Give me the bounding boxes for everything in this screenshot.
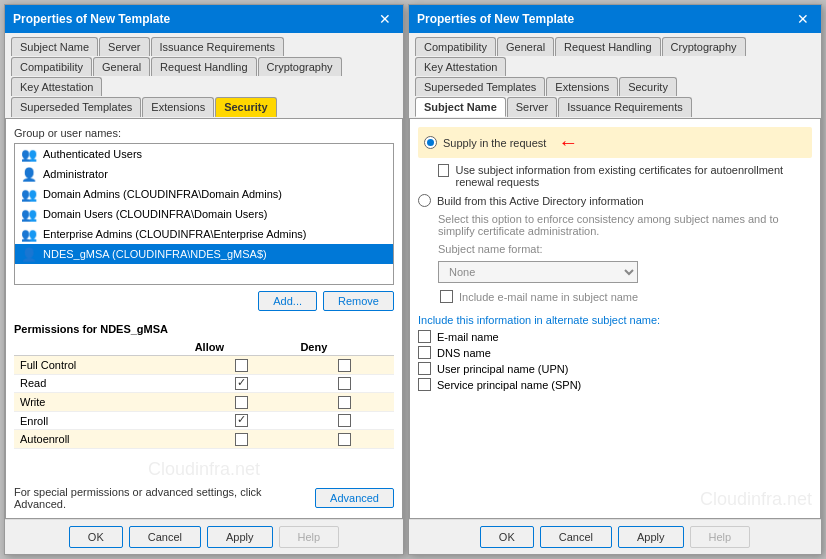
list-item[interactable]: 👥 Domain Users (CLOUDINFRA\Domain Users) — [15, 204, 393, 224]
group-icon: 👥 — [21, 146, 37, 162]
tab-superseded-r[interactable]: Superseded Templates — [415, 77, 545, 96]
right-content-area: Supply in the request ← Use subject info… — [418, 127, 812, 510]
deny-checkbox[interactable] — [338, 396, 351, 409]
apply-button-left[interactable]: Apply — [207, 526, 273, 548]
use-subject-info-option: Use subject information from existing ce… — [438, 164, 812, 188]
advanced-row: For special permissions or advanced sett… — [14, 486, 394, 510]
tab-security-r[interactable]: Security — [619, 77, 677, 96]
tab-server-r[interactable]: Server — [507, 97, 557, 117]
deny-cell[interactable] — [294, 430, 394, 449]
tab-crypto-l[interactable]: Cryptography — [258, 57, 342, 76]
allow-cell[interactable] — [189, 411, 295, 430]
use-subject-checkbox[interactable] — [438, 164, 449, 177]
list-item[interactable]: 👥 Authenticated Users — [15, 144, 393, 164]
tab-subject-name-l[interactable]: Subject Name — [11, 37, 98, 56]
right-close-button[interactable]: ✕ — [793, 11, 813, 27]
deny-checkbox[interactable] — [338, 414, 351, 427]
allow-cell[interactable] — [189, 374, 295, 393]
build-label: Build from this Active Directory informa… — [437, 195, 644, 207]
allow-checkbox[interactable] — [235, 359, 248, 372]
help-button-left[interactable]: Help — [279, 526, 340, 548]
group-label: Group or user names: — [14, 127, 394, 139]
ok-button-left[interactable]: OK — [69, 526, 123, 548]
tab-general-l[interactable]: General — [93, 57, 150, 76]
build-radio[interactable] — [418, 194, 431, 207]
deny-cell[interactable] — [294, 393, 394, 412]
user-list[interactable]: 👥 Authenticated Users 👤 Administrator 👥 … — [14, 143, 394, 285]
right-tab-row-1: Compatibility General Request Handling C… — [415, 37, 815, 76]
allow-checkbox[interactable] — [235, 414, 248, 427]
supply-in-request-option[interactable]: Supply in the request ← — [418, 127, 812, 158]
allow-cell[interactable] — [189, 393, 295, 412]
permissions-table: Allow Deny Full Control Read — [14, 339, 394, 449]
table-row: Full Control — [14, 356, 394, 375]
perm-name: Enroll — [14, 411, 189, 430]
left-footer: OK Cancel Apply Help — [5, 519, 403, 554]
perm-name: Autoenroll — [14, 430, 189, 449]
tab-extensions-l[interactable]: Extensions — [142, 97, 214, 117]
dns-name-checkbox[interactable] — [418, 346, 431, 359]
tab-key-r[interactable]: Key Attestation — [415, 57, 506, 76]
tab-subjectname-r[interactable]: Subject Name — [415, 97, 506, 117]
tab-key-l[interactable]: Key Attestation — [11, 77, 102, 96]
user-name: NDES_gMSA (CLOUDINFRA\NDES_gMSA$) — [43, 248, 267, 260]
build-from-ad-option[interactable]: Build from this Active Directory informa… — [418, 194, 812, 207]
allow-checkbox[interactable] — [235, 433, 248, 446]
tab-server-l[interactable]: Server — [99, 37, 149, 56]
allow-checkbox[interactable] — [235, 396, 248, 409]
apply-button-right[interactable]: Apply — [618, 526, 684, 548]
left-close-button[interactable]: ✕ — [375, 11, 395, 27]
left-dialog: Properties of New Template ✕ Subject Nam… — [4, 4, 404, 555]
tab-request-l[interactable]: Request Handling — [151, 57, 256, 76]
allow-cell[interactable] — [189, 430, 295, 449]
tab-issuance-r[interactable]: Issuance Requirements — [558, 97, 692, 117]
supply-radio[interactable] — [424, 136, 437, 149]
list-item[interactable]: 👤 Administrator — [15, 164, 393, 184]
help-button-right[interactable]: Help — [690, 526, 751, 548]
ok-button-right[interactable]: OK — [480, 526, 534, 548]
right-tabs-area: Compatibility General Request Handling C… — [409, 33, 821, 118]
list-item-selected[interactable]: 👤 NDES_gMSA (CLOUDINFRA\NDES_gMSA$) — [15, 244, 393, 264]
cancel-button-right[interactable]: Cancel — [540, 526, 612, 548]
tab-extensions-r[interactable]: Extensions — [546, 77, 618, 96]
tab-compat-r[interactable]: Compatibility — [415, 37, 496, 56]
right-tab-row-2: Superseded Templates Extensions Security — [415, 77, 815, 96]
list-item[interactable]: 👥 Enterprise Admins (CLOUDINFRA\Enterpri… — [15, 224, 393, 244]
include-section: Include this information in alternate su… — [418, 314, 812, 394]
tab-security-l[interactable]: Security — [215, 97, 276, 117]
tab-request-r[interactable]: Request Handling — [555, 37, 660, 56]
tab-compat-l[interactable]: Compatibility — [11, 57, 92, 76]
perm-name: Write — [14, 393, 189, 412]
deny-cell[interactable] — [294, 411, 394, 430]
deny-checkbox[interactable] — [338, 377, 351, 390]
spn-checkbox[interactable] — [418, 378, 431, 391]
subject-name-format-label: Subject name format: — [438, 243, 812, 255]
deny-cell[interactable] — [294, 356, 394, 375]
subject-name-format-select[interactable]: None — [438, 261, 638, 283]
advanced-note: For special permissions or advanced sett… — [14, 486, 315, 510]
tab-crypto-r[interactable]: Cryptography — [662, 37, 746, 56]
deny-checkbox[interactable] — [338, 433, 351, 446]
cancel-button-left[interactable]: Cancel — [129, 526, 201, 548]
allow-checkbox[interactable] — [235, 377, 248, 390]
right-dialog-title: Properties of New Template — [417, 12, 574, 26]
deny-checkbox[interactable] — [338, 359, 351, 372]
watermark-right: Cloudinfra.net — [418, 483, 812, 510]
include-item: E-mail name — [418, 330, 812, 343]
email-name-checkbox[interactable] — [418, 330, 431, 343]
right-tab-content: Supply in the request ← Use subject info… — [409, 118, 821, 519]
upn-checkbox[interactable] — [418, 362, 431, 375]
tab-issuance-l[interactable]: Issuance Requirements — [151, 37, 285, 56]
include-email-checkbox[interactable] — [440, 290, 453, 303]
include-email-row: Include e-mail name in subject name — [440, 290, 812, 303]
remove-button[interactable]: Remove — [323, 291, 394, 311]
add-button[interactable]: Add... — [258, 291, 317, 311]
tab-superseded-l[interactable]: Superseded Templates — [11, 97, 141, 117]
allow-cell[interactable] — [189, 356, 295, 375]
advanced-button[interactable]: Advanced — [315, 488, 394, 508]
perm-name: Read — [14, 374, 189, 393]
include-item: Service principal name (SPN) — [418, 378, 812, 391]
deny-cell[interactable] — [294, 374, 394, 393]
tab-general-r[interactable]: General — [497, 37, 554, 56]
list-item[interactable]: 👥 Domain Admins (CLOUDINFRA\Domain Admin… — [15, 184, 393, 204]
